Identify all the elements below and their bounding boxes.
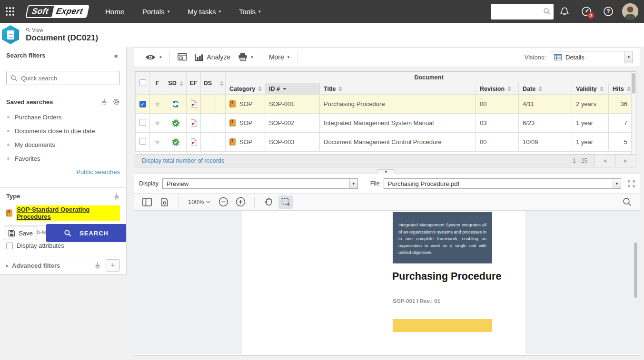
title-value: Integrated Management System Manual [320,114,476,133]
display-total-link[interactable]: Display total number of records [142,157,224,164]
advanced-filters-toggle[interactable]: ▸ Advanced filters [6,262,60,269]
row-checkbox[interactable] [139,138,146,145]
zoom-in-button[interactable] [233,195,248,209]
search-icon [64,229,72,237]
advanced-filters-section: ▸ Advanced filters + [0,256,126,274]
preview-panel: Display Preview ▼ File Purchasing Proced… [134,174,640,356]
help-button[interactable]: ? [597,6,619,17]
favorite-star-icon[interactable]: ★ [154,138,160,146]
nav-home[interactable]: Home [105,8,124,16]
pending-tasks-button[interactable]: 2 [575,6,597,17]
clear-filter-icon[interactable] [101,98,108,105]
grid-scrollbar[interactable] [631,72,636,155]
table-row[interactable]: ★ [136,114,633,133]
preview-collapse-handle[interactable]: ▼ [377,169,395,174]
status-released-icon [172,138,179,146]
column-title[interactable]: Title [320,83,476,95]
search-button[interactable]: SEARCH [46,224,126,242]
zoom-out-button[interactable] [216,195,230,209]
validity-value: 2 years [572,95,609,114]
gear-icon[interactable] [112,98,120,106]
pdf-file-icon[interactable] [190,119,197,127]
notifications-button[interactable] [554,7,575,16]
view-button[interactable]: ▾ [141,51,166,64]
chevron-down-icon: ▼ [349,179,357,188]
add-filter-button[interactable]: + [106,259,120,272]
pdf-scrollbar-thumb[interactable] [634,243,637,298]
selected-type-item[interactable]: SOP-Standard Operating Procedures [6,205,120,221]
column-ds[interactable]: DS [201,72,215,95]
pdf-zoom-select[interactable]: 100% [185,198,213,205]
column-category[interactable]: Category [226,83,265,95]
select-tool-button[interactable] [278,195,293,209]
column-favorite[interactable]: F [150,72,165,95]
bullet-icon [7,157,10,160]
row-checkbox[interactable] [139,119,146,126]
softexpert-logo[interactable]: SoftExpert [27,5,88,18]
pdf-viewer[interactable]: Integrated Management System integrates … [134,211,640,354]
table-row[interactable]: ✓ ★ [136,95,633,114]
save-button[interactable]: Save [4,226,37,240]
id-value: SOP-001 [265,95,320,114]
pdf-page: Integrated Management System integrates … [242,211,525,354]
previous-page-button[interactable]: ◀ [594,155,615,167]
nav-my-tasks[interactable]: My tasks ▾ [188,8,221,16]
file-select[interactable]: Purchasing Procedure.pdf ▼ [384,178,621,189]
app-grid-icon[interactable] [5,6,15,17]
saved-search-item[interactable]: My documents [6,138,120,152]
display-attributes-checkbox[interactable] [6,243,13,249]
table-row[interactable]: ★ [136,133,633,152]
public-searches-link[interactable]: Public searches [6,168,120,175]
display-select[interactable]: Preview ▼ [162,178,358,189]
fullscreen-button[interactable] [628,180,635,187]
hand-icon [264,197,273,206]
saved-search-item[interactable]: Documents close to due date [6,124,120,138]
pdf-search-button[interactable] [620,195,634,209]
analyze-button[interactable]: Analyze [191,50,235,64]
user-avatar[interactable] [622,3,638,19]
column-revision[interactable]: Revision [476,83,519,95]
column-validity[interactable]: Validity [572,83,609,95]
saved-search-item[interactable]: Purchase Orders [6,110,120,124]
grid-toolbar: ▾ Analyze ▾ More ▾ [134,47,640,67]
pan-tool-button[interactable] [261,195,276,209]
visions-select[interactable]: Details ▼ [550,51,633,63]
nav-tools[interactable]: Tools ▾ [239,8,261,16]
visions-value: Details [565,54,585,61]
column-status[interactable]: SD [165,72,187,95]
next-page-button[interactable]: ▶ [615,155,636,167]
column-id[interactable]: ID # [265,83,320,95]
printer-icon [238,53,248,61]
grid-scrollbar-thumb[interactable] [632,73,635,94]
sort-icon [627,87,631,91]
id-value: SOP-003 [265,133,320,152]
favorite-star-icon[interactable]: ★ [154,119,160,127]
row-checkbox[interactable]: ✓ [139,101,146,107]
more-button[interactable]: More ▾ [265,50,293,64]
select-all-checkbox[interactable] [139,79,146,86]
clear-filter-icon[interactable] [113,193,120,200]
pdf-file-icon[interactable] [190,100,197,108]
nav-portals[interactable]: Portals ▾ [142,8,169,16]
global-search-box[interactable] [491,4,554,19]
column-hits[interactable]: Hits [609,83,633,95]
pdf-page-settings-button[interactable] [157,195,171,209]
pdf-sidebar-toggle-button[interactable] [140,195,154,209]
collapse-sidebar-button[interactable]: « [114,51,118,59]
print-button[interactable]: ▾ [234,50,257,64]
column-file[interactable]: EF [187,72,201,95]
quick-search-box[interactable] [6,71,120,85]
clear-filter-icon[interactable] [94,262,101,269]
search-icon [543,8,551,15]
revision-schedule-button[interactable] [174,50,191,64]
selected-type-link[interactable]: SOP-Standard Operating Procedures [16,205,120,221]
pdf-file-icon[interactable] [190,138,197,146]
quick-search-input[interactable] [21,75,116,82]
grid-footer: Display total number of records 1 - 25 ◀… [135,154,636,167]
hits-value: 36 [609,95,633,114]
saved-search-item[interactable]: Favorites [6,152,120,165]
favorite-star-icon[interactable]: ★ [154,100,160,108]
divider [254,197,255,207]
column-date[interactable]: Date [519,83,572,95]
global-search-input[interactable] [494,8,543,15]
